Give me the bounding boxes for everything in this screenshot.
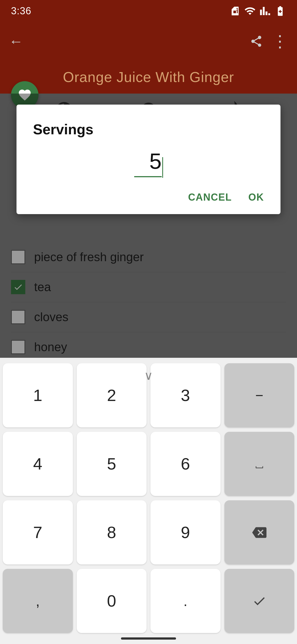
recipe-title: Orange Juice With Ginger [63,69,234,85]
ok-button[interactable]: OK [248,192,264,203]
servings-dialog: Servings 5 CANCEL OK [16,105,280,214]
home-bar [121,637,176,640]
key-comma[interactable]: , [3,569,73,633]
key-0[interactable]: 0 [77,569,147,633]
status-icons [230,5,286,17]
back-button[interactable]: ← [9,33,23,50]
servings-input-wrapper: 5 [134,149,163,178]
app-bar: ← ⋮ [0,22,297,61]
share-icon[interactable] [250,35,263,48]
recipe-header: Orange Juice With Ginger [0,61,297,94]
key-5[interactable]: 5 [77,432,147,496]
wifi-icon [244,5,256,17]
enter-icon [252,594,266,608]
key-8[interactable]: 8 [77,500,147,564]
status-bar: 3:36 [0,0,297,22]
backspace-icon [252,525,266,540]
key-2[interactable]: 2 [77,363,147,427]
dialog-input-area: 5 [33,149,264,178]
keyboard: 1 2 3 − 4 5 6 ⎵ 7 8 9 , 0 . [0,358,297,644]
battery-icon [274,5,286,17]
more-icon[interactable]: ⋮ [272,32,288,51]
key-6[interactable]: 6 [150,432,221,496]
signal-icon [260,6,271,17]
keyboard-rows: 1 2 3 − 4 5 6 ⎵ 7 8 9 , 0 . [3,363,294,633]
key-period[interactable]: . [150,569,221,633]
keyboard-collapse-chevron[interactable]: ∨ [144,369,153,383]
keyboard-row-2: 4 5 6 ⎵ [3,432,294,496]
key-3[interactable]: 3 [150,363,221,427]
cancel-button[interactable]: CANCEL [188,192,232,203]
key-minus[interactable]: − [224,363,295,427]
key-backspace[interactable] [224,500,295,564]
text-cursor [162,157,163,178]
keyboard-row-3: 7 8 9 [3,500,294,564]
key-space[interactable]: ⎵ [224,432,295,496]
servings-value[interactable]: 5 [134,149,162,177]
key-9[interactable]: 9 [150,500,221,564]
dialog-actions: CANCEL OK [33,192,264,203]
key-enter[interactable] [224,569,295,633]
status-time: 3:36 [11,5,31,17]
dialog-title: Servings [33,121,264,138]
app-bar-actions: ⋮ [250,32,288,51]
key-4[interactable]: 4 [3,432,73,496]
key-7[interactable]: 7 [3,500,73,564]
keyboard-row-4: , 0 . [3,569,294,633]
key-1[interactable]: 1 [3,363,73,427]
sim-icon [230,6,240,16]
